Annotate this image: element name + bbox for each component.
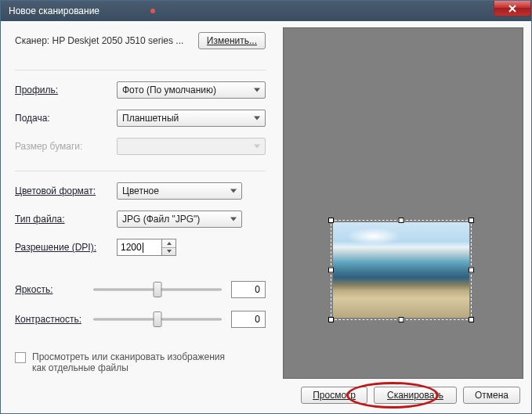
dpi-input[interactable]: 1200	[117, 239, 162, 256]
filetype-label: Тип файла:	[15, 214, 117, 225]
filetype-select[interactable]: JPG (Файл "JPG")	[117, 211, 242, 228]
chevron-up-icon	[167, 242, 172, 245]
preview-thumbnail	[333, 222, 469, 318]
selection-rect[interactable]	[331, 220, 472, 320]
contrast-slider[interactable]	[93, 311, 222, 328]
resize-handle-sw[interactable]	[328, 317, 334, 322]
brightness-label: Яркость:	[15, 284, 93, 295]
resize-handle-ne[interactable]	[469, 218, 474, 223]
modified-dot-icon	[150, 9, 155, 13]
contrast-value: 0	[255, 314, 260, 325]
resize-handle-s[interactable]	[399, 317, 404, 322]
separate-files-checkbox[interactable]	[15, 352, 26, 363]
scan-button[interactable]: Сканировать	[374, 387, 457, 404]
dpi-value: 1200	[121, 242, 142, 253]
filetype-value: JPG (Файл "JPG")	[122, 214, 200, 225]
change-scanner-button[interactable]: Изменить...	[198, 32, 266, 49]
separate-files-label: Просмотреть или сканировать изображения …	[32, 351, 236, 373]
spinner-up[interactable]	[162, 239, 176, 248]
close-icon	[508, 5, 517, 13]
resize-handle-n[interactable]	[399, 218, 404, 223]
contrast-value-box[interactable]: 0	[231, 311, 266, 328]
paper-size-select	[117, 138, 266, 155]
chevron-down-icon	[254, 88, 260, 92]
close-button[interactable]	[494, 1, 531, 16]
scanner-label: Сканер: HP Deskjet 2050 J510 series ...	[15, 35, 198, 46]
profile-label: Профиль:	[15, 85, 117, 95]
color-value: Цветное	[122, 185, 159, 196]
slider-thumb[interactable]	[154, 311, 162, 327]
preview-pane[interactable]	[283, 27, 523, 379]
window-title: Новое сканирование	[9, 5, 100, 16]
color-format-select[interactable]: Цветное	[117, 182, 242, 200]
scan-dialog: Новое сканирование Сканер: HP Deskjet 20…	[0, 0, 532, 414]
chevron-down-icon	[254, 117, 260, 121]
dpi-label: Разрешение (DPI):	[15, 242, 117, 253]
brightness-value-box[interactable]: 0	[231, 281, 266, 298]
profile-value: Фото (По умолчанию)	[122, 85, 216, 95]
paper-size-label: Размер бумаги:	[15, 141, 117, 152]
slider-thumb[interactable]	[154, 282, 162, 297]
source-value: Планшетный	[122, 113, 179, 124]
resize-handle-e[interactable]	[469, 268, 474, 273]
source-select[interactable]: Планшетный	[117, 110, 266, 127]
cancel-button[interactable]: Отмена	[463, 387, 520, 404]
titlebar[interactable]: Новое сканирование	[1, 1, 531, 21]
settings-panel: Сканер: HP Deskjet 2050 J510 series ... …	[1, 21, 280, 413]
dpi-spinner[interactable]	[162, 239, 176, 256]
chevron-down-icon	[167, 250, 172, 253]
divider	[15, 171, 266, 171]
chevron-down-icon	[254, 145, 260, 149]
resize-handle-nw[interactable]	[328, 218, 334, 223]
brightness-slider[interactable]	[93, 281, 222, 298]
color-format-label: Цветовой формат:	[15, 185, 117, 196]
source-label: Подача:	[15, 113, 117, 124]
resize-handle-se[interactable]	[469, 317, 474, 322]
divider	[15, 70, 266, 70]
chevron-down-icon	[230, 189, 237, 193]
preview-button[interactable]: Просмотр	[301, 387, 367, 404]
right-panel: Просмотр Сканировать Отмена	[280, 21, 531, 413]
profile-select[interactable]: Фото (По умолчанию)	[117, 81, 266, 99]
text-caret	[143, 243, 143, 253]
resize-handle-w[interactable]	[328, 268, 334, 273]
contrast-label: Контрастность:	[15, 314, 93, 325]
action-buttons: Просмотр Сканировать Отмена	[283, 379, 523, 407]
chevron-down-icon	[230, 218, 237, 221]
spinner-down[interactable]	[162, 248, 176, 256]
brightness-value: 0	[255, 284, 260, 295]
